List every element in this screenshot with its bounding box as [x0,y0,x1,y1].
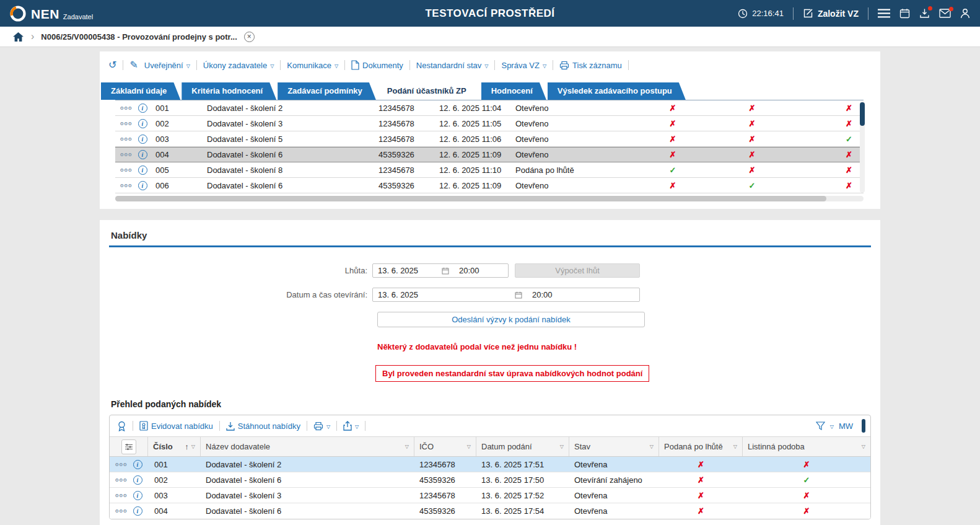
calendar-icon[interactable] [899,8,910,19]
toolbar-item-dokumenty[interactable]: Dokumenty [351,60,403,70]
row-menu-icon[interactable]: ooo [120,136,133,142]
row-menu-icon[interactable]: ooo [120,183,133,188]
row-menu-icon[interactable]: ooo [115,493,128,498]
filter-caret-icon[interactable]: ▽ [560,444,564,449]
compute-deadlines-button[interactable]: Výpočet lhůt [515,263,640,278]
calendar-small-icon[interactable] [515,291,522,299]
deadline-datetime-input[interactable]: 13. 6. 2025 20:00 [372,263,509,278]
row-menu-icon[interactable]: ooo [120,152,133,157]
tab-kriteria-hodnoceni[interactable]: Kritéria hodnocení [182,82,276,100]
chevron-down-icon[interactable]: ▽ [830,424,834,430]
sort-asc-icon[interactable]: ↑ [185,442,189,451]
refresh-icon[interactable]: ↺ [108,60,116,70]
row-menu-icon[interactable]: ooo [120,105,133,111]
evidovat-nabidku-button[interactable]: Evidovat nabídku [139,421,213,431]
breadcrumb-record-label[interactable]: N006/25/V00005438 - Provozování prodejny… [41,32,237,42]
table-row[interactable]: ooo i 006 Dodavatel - školení 6 45359326… [115,178,864,193]
toolbar-item-nestandardni-stav[interactable]: Nestandardní stav ▽ [416,61,489,70]
column-header-datum-podani[interactable]: Datum podání ▽ [476,437,569,456]
send-invite-button[interactable]: Odeslání výzvy k podání nabídek [377,312,645,327]
toolbar-item-sprava-vz[interactable]: Správa VZ ▽ [501,61,546,70]
row-menu-icon[interactable]: ooo [120,167,133,173]
panel-scrollbar-thumb[interactable] [862,419,865,433]
tab-zadavaci-podminky[interactable]: Zadávací podmínky [278,82,376,100]
opening-datetime-input[interactable]: 13. 6. 2025 20:00 [372,288,640,302]
opening-time-value[interactable]: 20:00 [527,290,639,299]
column-header-cislo[interactable]: Číslo ↑ ▽ [148,437,201,456]
filter-caret-icon[interactable]: ▽ [650,444,654,449]
info-icon[interactable]: i [138,135,147,144]
nen-logo[interactable]: NEN Zadavatel [9,4,93,23]
table-row[interactable]: ooo i 005 Dodavatel - školení 8 12345678… [115,162,864,178]
toolbar-item-ukony-zadavatele[interactable]: Úkony zadavatele ▽ [203,61,274,70]
table-row[interactable]: ooo i 001 Dodavatel - školení 2 12345678… [115,100,864,116]
filter-caret-icon[interactable]: ▽ [405,444,409,449]
tab-vysledek-zadavaciho-postupu[interactable]: Výsledek zadávacího postupu [548,82,686,100]
mail-icon[interactable] [939,9,951,18]
column-header-listinna-podoba[interactable]: Listinná podoba ▽ [743,437,870,456]
table-row[interactable]: ooo i 002 Dodavatel - školení 6 45359326… [110,472,870,488]
cell-mark: ✗ [846,181,852,190]
horizontal-scrollbar[interactable] [115,196,864,201]
nen-logo-icon [9,4,27,23]
column-header-podana-po-lhute[interactable]: Podaná po lhůtě ▽ [659,437,743,456]
row-menu-icon[interactable]: ooo [115,508,128,514]
info-icon[interactable]: i [138,104,147,113]
info-icon[interactable]: i [133,460,142,469]
toolbar-item-tisk-zaznamu[interactable]: Tisk záznamu [559,61,622,70]
create-vz-button[interactable]: Založit VZ [803,8,859,19]
info-icon[interactable]: i [138,119,147,128]
tab-podani-ucastniku-zp[interactable]: Podání účastníků ZP [377,82,480,100]
toolbar-item-uverejneni[interactable]: Uveřejnění ▽ [144,61,190,70]
column-header-stav[interactable]: Stav ▽ [569,437,659,456]
table-row[interactable]: ooo i 004 Dodavatel - školení 6 45359326… [110,503,870,519]
table-row-selected[interactable]: ooo i 001 Dodavatel - školení 2 12345678… [110,457,870,472]
deadline-time-value[interactable]: 20:00 [453,266,508,275]
scrollbar-thumb[interactable] [115,196,826,201]
info-icon[interactable]: i [138,165,147,175]
edit-pencil-icon[interactable]: ✎ [129,60,138,70]
toolbar-item-komunikace[interactable]: Komunikace ▽ [287,61,338,70]
filter-icon[interactable] [816,421,825,430]
filter-caret-icon[interactable]: ▽ [862,444,865,449]
cell-mark: ✗ [636,119,710,128]
close-record-icon[interactable]: × [244,32,255,42]
menu-icon[interactable] [878,9,890,18]
calendar-small-icon[interactable] [442,267,449,275]
table-row[interactable]: ooo i 002 Dodavatel - školení 3 12345678… [115,116,864,131]
cell-status: Otevírání zahájeno [569,475,659,485]
home-icon[interactable] [12,32,24,42]
column-settings-icon[interactable] [121,439,136,454]
tab-zakladni-udaje[interactable]: Základní údaje [101,82,180,100]
table-row[interactable]: ooo i 003 Dodavatel - školení 5 12345678… [115,131,864,147]
filter-caret-icon[interactable]: ▽ [733,444,737,449]
info-icon[interactable]: i [138,181,147,190]
export-menu-button[interactable]: ▽ [343,421,359,431]
stahnout-nabidky-button[interactable]: Stáhnout nabídky [226,421,300,431]
filter-caret-icon[interactable]: ▽ [467,444,471,449]
info-icon[interactable]: i [133,475,142,485]
table-row-selected[interactable]: ooo i 004 Dodavatel - školení 6 45359326… [115,147,864,162]
row-menu-icon[interactable]: ooo [115,477,128,483]
vertical-scrollbar[interactable] [860,101,865,193]
view-initials-label[interactable]: MW [839,421,853,431]
row-menu-icon[interactable]: ooo [120,121,133,126]
filter-caret-icon[interactable]: ▽ [191,444,195,449]
user-icon[interactable] [960,8,970,19]
row-menu-icon[interactable]: ooo [115,462,128,467]
opening-date-field[interactable]: 13. 6. 2025 [373,290,527,299]
column-header-ico[interactable]: IČO ▽ [414,437,476,456]
cell-supplier: Dodavatel - školení 6 [201,506,414,516]
scrollbar-thumb[interactable] [860,102,865,126]
award-icon[interactable] [117,421,126,431]
table-row[interactable]: ooo i 003 Dodavatel - školení 3 12345678… [110,488,870,503]
column-header-nazev-dodavatele[interactable]: Název dodavatele ▽ [201,437,414,456]
tab-hodnoceni[interactable]: Hodnocení [481,82,546,100]
info-icon[interactable]: i [138,150,147,159]
info-icon[interactable]: i [133,491,142,500]
deadline-date-field[interactable]: 13. 6. 2025 [373,266,453,275]
print-menu-button[interactable]: ▽ [313,421,330,431]
cell-date: 12. 6. 2025 11:09 [439,150,515,159]
downloads-icon[interactable] [919,8,930,19]
info-icon[interactable]: i [133,506,142,516]
